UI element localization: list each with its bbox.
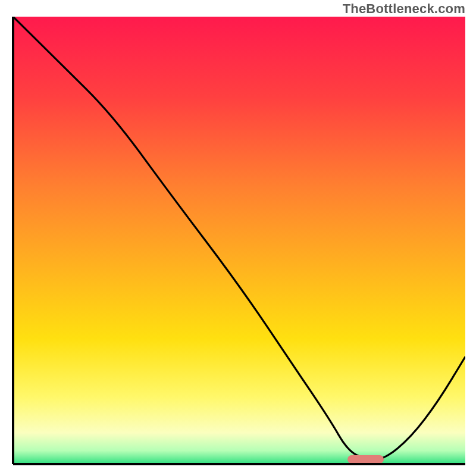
optimal-marker <box>347 455 384 464</box>
bottleneck-curve <box>13 17 465 464</box>
chart-container: TheBottleneck.com <box>0 0 476 476</box>
watermark-text: TheBottleneck.com <box>343 1 465 17</box>
plot-area <box>13 17 465 464</box>
